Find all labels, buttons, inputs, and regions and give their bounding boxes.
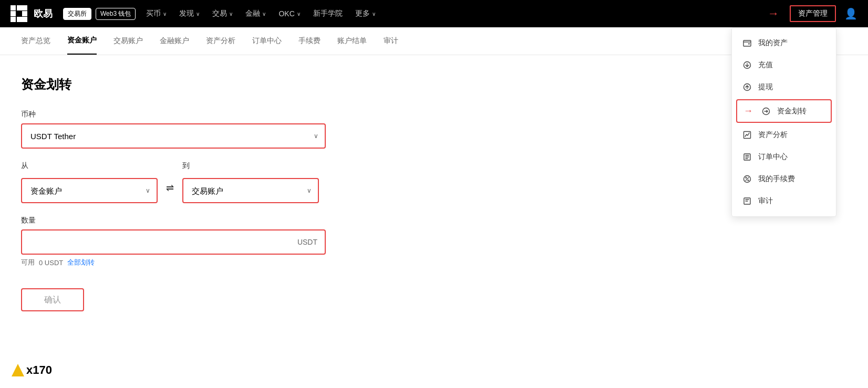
svg-rect-9 bbox=[748, 44, 750, 45]
withdraw-icon bbox=[742, 82, 752, 92]
from-to-group: 从 资金账户 ∨ ⇌ 到 交易账户 ∨ bbox=[21, 161, 399, 203]
nav-buy[interactable]: 买币 ∨ bbox=[146, 9, 167, 18]
svg-rect-5 bbox=[11, 17, 16, 22]
nav-academy[interactable]: 新手学院 bbox=[313, 9, 343, 18]
web3-tab[interactable]: Web3 钱包 bbox=[96, 8, 136, 20]
dropdown-orders-label: 订单中心 bbox=[758, 152, 788, 162]
nav-more[interactable]: 更多 ∨ bbox=[355, 9, 376, 18]
dropdown-transfer[interactable]: → 资金划转 bbox=[736, 99, 832, 123]
to-field-wrapper: 到 交易账户 ∨ bbox=[182, 161, 319, 203]
exchange-tab[interactable]: 交易所 bbox=[63, 8, 91, 20]
nav-items: 买币 ∨ 发现 ∨ 交易 ∨ 金融 ∨ OKC ∨ 新手学院 更多 ∨ bbox=[146, 9, 768, 18]
dropdown-withdraw[interactable]: 提现 bbox=[732, 76, 836, 98]
swap-icon[interactable]: ⇌ bbox=[166, 183, 174, 193]
top-nav: 欧易 交易所 Web3 钱包 买币 ∨ 发现 ∨ 交易 ∨ 金融 ∨ OKC ∨… bbox=[0, 0, 868, 27]
currency-group: 币种 USDT Tether ∨ bbox=[21, 110, 399, 149]
subnav-assets-overview[interactable]: 资产总览 bbox=[21, 28, 50, 54]
currency-select-wrapper: USDT Tether ∨ bbox=[21, 123, 326, 149]
available-amount: 0 USDT bbox=[39, 259, 63, 267]
dropdown-withdraw-label: 提现 bbox=[758, 82, 773, 92]
dropdown-menu: 我的资产 充值 提现 → 资金划转 资产分析 订单中心 bbox=[731, 27, 836, 217]
dropdown-my-assets[interactable]: 我的资产 bbox=[732, 32, 836, 54]
asset-management-button[interactable]: 资产管理 bbox=[790, 5, 836, 22]
dropdown-analysis-label: 资产分析 bbox=[758, 130, 788, 140]
analysis-icon bbox=[742, 130, 752, 140]
page-title: 资金划转 bbox=[21, 76, 399, 93]
amount-group: 数量 USDT 可用 0 USDT 全部划转 bbox=[21, 216, 399, 267]
amount-input[interactable] bbox=[21, 229, 326, 255]
okx-logo-icon bbox=[11, 5, 27, 22]
subnav-order-center[interactable]: 订单中心 bbox=[252, 28, 282, 54]
currency-select[interactable]: USDT Tether bbox=[21, 123, 326, 149]
svg-rect-3 bbox=[11, 11, 16, 16]
transfer-all-link[interactable]: 全部划转 bbox=[67, 258, 95, 267]
nav-okc[interactable]: OKC ∨ bbox=[278, 9, 300, 18]
to-label: 到 bbox=[182, 161, 319, 171]
confirm-button[interactable]: 确认 bbox=[21, 288, 84, 311]
from-label: 从 bbox=[21, 161, 158, 171]
currency-label: 币种 bbox=[21, 110, 399, 119]
svg-rect-7 bbox=[22, 17, 27, 22]
audit-icon bbox=[742, 196, 752, 206]
transfer-icon bbox=[761, 107, 771, 116]
available-text: 可用 bbox=[21, 258, 35, 267]
arrow-annotation-top: → bbox=[768, 7, 779, 20]
dropdown-deposit-label: 充值 bbox=[758, 60, 773, 70]
amount-wrapper: USDT bbox=[21, 229, 326, 255]
subnav-fee[interactable]: 手续费 bbox=[298, 28, 321, 54]
dropdown-orders[interactable]: 订单中心 bbox=[732, 146, 836, 168]
dropdown-fee-label: 我的手续费 bbox=[758, 174, 795, 184]
svg-rect-1 bbox=[17, 5, 22, 11]
amount-unit: USDT bbox=[297, 238, 317, 246]
svg-rect-4 bbox=[22, 11, 27, 16]
deposit-icon bbox=[742, 60, 752, 70]
logo-area: 欧易 bbox=[11, 5, 53, 22]
dropdown-transfer-label: 资金划转 bbox=[777, 107, 807, 116]
svg-rect-8 bbox=[743, 40, 751, 46]
subnav-account-statement[interactable]: 账户结单 bbox=[337, 28, 367, 54]
swap-icon-wrapper: ⇌ bbox=[166, 182, 174, 194]
from-select[interactable]: 资金账户 bbox=[21, 178, 158, 203]
dropdown-my-assets-label: 我的资产 bbox=[758, 38, 788, 48]
subnav-funding-account[interactable]: 资金账户 bbox=[67, 27, 97, 55]
arrow-annotation-side: → bbox=[743, 106, 753, 117]
from-to-row: 从 资金账户 ∨ ⇌ 到 交易账户 ∨ bbox=[21, 161, 399, 203]
dropdown-audit[interactable]: 审计 bbox=[732, 190, 836, 212]
svg-rect-6 bbox=[17, 17, 22, 22]
user-icon[interactable]: 👤 bbox=[844, 7, 857, 20]
to-select-wrapper: 交易账户 ∨ bbox=[182, 178, 319, 203]
to-select[interactable]: 交易账户 bbox=[182, 178, 319, 203]
dropdown-analysis[interactable]: 资产分析 bbox=[732, 124, 836, 146]
from-select-wrapper: 资金账户 ∨ bbox=[21, 178, 158, 203]
dropdown-fee[interactable]: 我的手续费 bbox=[732, 168, 836, 190]
subnav-trade-account[interactable]: 交易账户 bbox=[113, 28, 143, 54]
subnav-asset-analysis[interactable]: 资产分析 bbox=[206, 28, 235, 54]
orders-icon bbox=[742, 152, 752, 162]
svg-rect-2 bbox=[22, 5, 27, 11]
fee-icon bbox=[742, 174, 752, 184]
nav-trade[interactable]: 交易 ∨ bbox=[212, 9, 233, 18]
nav-discover[interactable]: 发现 ∨ bbox=[179, 9, 200, 18]
subnav-finance-account[interactable]: 金融账户 bbox=[160, 28, 189, 54]
logo-text: 欧易 bbox=[34, 7, 53, 20]
subnav-audit[interactable]: 审计 bbox=[384, 28, 398, 54]
available-row: 可用 0 USDT 全部划转 bbox=[21, 258, 399, 267]
nav-finance[interactable]: 金融 ∨ bbox=[245, 9, 266, 18]
svg-rect-0 bbox=[11, 5, 16, 11]
nav-right: → 资产管理 👤 bbox=[768, 5, 857, 22]
wallet-icon bbox=[742, 38, 752, 48]
main-content: 资金划转 币种 USDT Tether ∨ 从 资金账户 ∨ bbox=[0, 55, 420, 332]
amount-label: 数量 bbox=[21, 216, 399, 225]
from-field-wrapper: 从 资金账户 ∨ bbox=[21, 161, 158, 203]
dropdown-deposit[interactable]: 充值 bbox=[732, 54, 836, 76]
dropdown-audit-label: 审计 bbox=[758, 196, 773, 206]
